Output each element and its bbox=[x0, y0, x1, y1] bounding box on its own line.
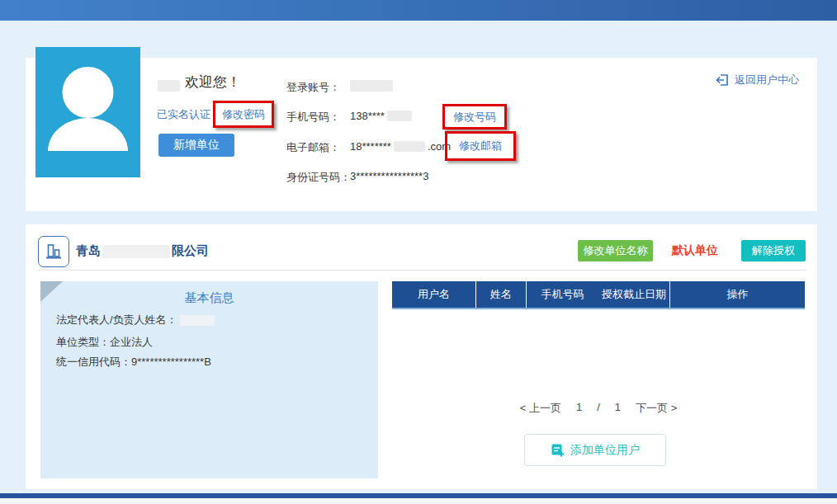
redacted-phone-tail bbox=[387, 111, 412, 121]
company-name: 青岛 限公司 bbox=[76, 243, 209, 259]
company-building-icon bbox=[38, 236, 69, 267]
change-email-annotation-box: 修改邮箱 bbox=[445, 131, 516, 161]
total-pages: 1 bbox=[615, 401, 621, 416]
avatar bbox=[35, 47, 140, 177]
page-separator: / bbox=[597, 401, 600, 416]
rename-unit-button[interactable]: 修改单位名称 bbox=[578, 240, 653, 261]
redacted-user-name bbox=[158, 80, 180, 92]
phone-label: 手机号码： bbox=[286, 110, 340, 125]
return-user-center-label: 返回用户中心 bbox=[735, 73, 799, 87]
add-document-icon bbox=[551, 443, 565, 457]
add-unit-user-button[interactable]: 添加单位用户 bbox=[524, 434, 666, 466]
col-phone: 手机号码 bbox=[527, 281, 598, 308]
id-number-label: 身份证号码： bbox=[286, 170, 351, 185]
welcome-text: 欢迎您！ bbox=[185, 73, 241, 92]
col-username: 用户名 bbox=[392, 281, 476, 308]
login-account-value bbox=[350, 80, 393, 92]
redacted-email-middle bbox=[394, 141, 425, 152]
col-name: 姓名 bbox=[476, 281, 527, 308]
profile-card bbox=[26, 58, 817, 211]
next-page-button[interactable]: 下一页 > bbox=[636, 401, 677, 416]
redacted-login-account bbox=[350, 80, 393, 92]
email-value: 18******* .com bbox=[350, 140, 451, 153]
default-unit-link[interactable]: 默认单位 bbox=[672, 243, 718, 258]
pagination: < 上一页 1 / 1 下一页 > bbox=[392, 401, 805, 416]
top-nav-bar bbox=[0, 0, 837, 21]
basic-info-panel bbox=[40, 281, 378, 478]
change-password-link[interactable]: 修改密码 bbox=[222, 107, 265, 122]
change-phone-link[interactable]: 修改号码 bbox=[453, 110, 496, 125]
login-account-label: 登录账号： bbox=[286, 80, 340, 95]
exit-arrow-icon bbox=[715, 73, 730, 87]
change-password-annotation-box: 修改密码 bbox=[213, 101, 274, 128]
email-label: 电子邮箱： bbox=[286, 140, 340, 155]
unit-type-row: 单位类型：企业法人 bbox=[56, 335, 153, 350]
users-table-header: 用户名 姓名 手机号码 授权截止日期 操作 bbox=[392, 281, 805, 309]
bottom-footer-strip bbox=[0, 498, 837, 504]
credit-code-row: 统一信用代码：9****************B bbox=[56, 355, 211, 370]
change-email-link[interactable]: 修改邮箱 bbox=[459, 139, 502, 153]
col-auth-expiry: 授权截止日期 bbox=[598, 281, 670, 308]
section-divider bbox=[37, 270, 806, 271]
return-user-center-link[interactable]: 返回用户中心 bbox=[715, 73, 799, 87]
person-icon bbox=[35, 47, 140, 177]
phone-value: 138**** bbox=[350, 110, 412, 122]
realname-verified-link[interactable]: 已实名认证 bbox=[157, 107, 210, 122]
add-unit-user-label: 添加单位用户 bbox=[570, 443, 640, 458]
add-unit-button[interactable]: 新增单位 bbox=[158, 134, 234, 157]
id-number-value: 3****************3 bbox=[350, 170, 428, 182]
user-center-page: 欢迎您！ 已实名认证 修改密码 新增单位 登录账号： 手机号码： 138****… bbox=[0, 0, 837, 504]
revoke-authorization-button[interactable]: 解除授权 bbox=[741, 240, 806, 261]
current-page-number: 1 bbox=[576, 401, 582, 416]
col-actions: 操作 bbox=[670, 281, 805, 308]
prev-page-button[interactable]: < 上一页 bbox=[520, 401, 561, 416]
redacted-company-name bbox=[102, 245, 170, 258]
basic-info-title: 基本信息 bbox=[40, 290, 378, 306]
redacted-legal-rep bbox=[180, 315, 215, 326]
legal-rep-row: 法定代表人/负责人姓名： bbox=[56, 313, 215, 327]
change-phone-annotation-box: 修改号码 bbox=[442, 104, 507, 130]
